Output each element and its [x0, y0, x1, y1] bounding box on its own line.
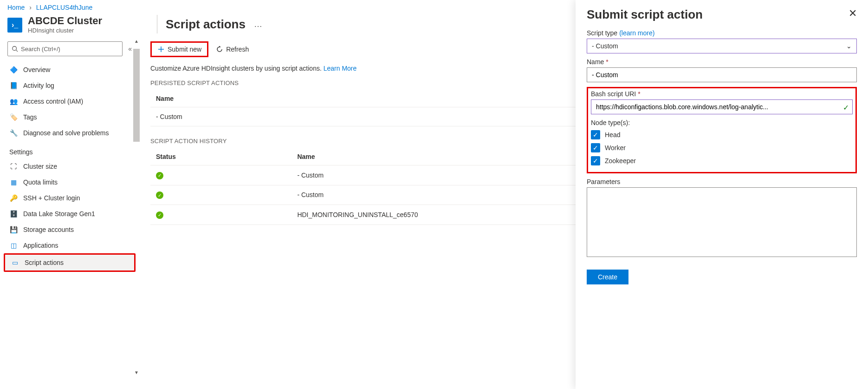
key-icon: 🔑 [9, 194, 18, 202]
parameters-label: Parameters [587, 178, 857, 185]
sidebar-item-datalake[interactable]: 🗄️Data Lake Storage Gen1 [4, 206, 136, 222]
refresh-icon [216, 46, 223, 53]
sidebar-item-quota-limits[interactable]: ▦Quota limits [4, 174, 136, 190]
log-icon: 📘 [9, 81, 18, 90]
scroll-up-icon[interactable]: ▲ [134, 38, 139, 44]
search-input[interactable]: Search (Ctrl+/) [7, 41, 123, 56]
submit-panel: Submit script action ✕ Script type (lear… [576, 0, 868, 389]
people-icon: 👥 [9, 97, 18, 105]
checkbox-icon: ✓ [591, 130, 600, 139]
sidebar-item-tags[interactable]: 🏷️Tags [4, 109, 136, 125]
more-icon[interactable]: … [254, 20, 262, 29]
sidebar-item-diagnose[interactable]: 🔧Diagnose and solve problems [4, 125, 136, 141]
svg-line-1 [16, 50, 18, 52]
breadcrumb-home[interactable]: Home [7, 4, 25, 11]
learn-more-link[interactable]: Learn More [324, 65, 357, 72]
sidebar-item-activity-log[interactable]: 📘Activity log [4, 78, 136, 93]
sidebar-item-access-control[interactable]: 👥Access control (IAM) [4, 93, 136, 109]
node-types-label: Node type(s): [591, 119, 853, 126]
success-icon: ✓ [156, 191, 163, 199]
learn-more-link[interactable]: (learn more) [619, 29, 654, 37]
scroll-thumb[interactable] [133, 49, 140, 142]
storage-icon: 🗄️ [9, 210, 18, 218]
sidebar-item-storage[interactable]: 💾Storage accounts [4, 222, 136, 237]
uri-field[interactable] [591, 99, 853, 114]
submit-new-button[interactable]: Submit new [150, 41, 208, 57]
apps-icon: ◫ [9, 241, 18, 250]
page-title: Script actions [166, 17, 246, 32]
search-icon [12, 46, 18, 52]
checkbox-icon: ✓ [591, 143, 600, 152]
grid-icon: ▦ [9, 178, 18, 186]
sidebar-item-overview[interactable]: 🔷Overview [4, 62, 136, 78]
success-icon: ✓ [156, 172, 163, 179]
cluster-type: HDInsight cluster [28, 27, 139, 34]
overview-icon: 🔷 [9, 66, 18, 74]
sidebar-item-ssh-login[interactable]: 🔑SSH + Cluster login [4, 190, 136, 206]
script-icon: ▭ [11, 258, 19, 267]
sidebar-section-settings: Settings [4, 141, 136, 158]
disk-icon: 💾 [9, 225, 18, 234]
success-icon: ✓ [156, 211, 163, 219]
checkbox-icon: ✓ [591, 156, 600, 165]
name-label: Name* [587, 58, 857, 66]
checkbox-head[interactable]: ✓ Head [591, 130, 853, 139]
history-header-status: Status [150, 148, 291, 165]
sidebar-item-cluster-size[interactable]: ⛶Cluster size [4, 158, 136, 174]
highlighted-section: Bash script URI* ✓ Node type(s): ✓ Head … [587, 87, 857, 173]
resize-icon: ⛶ [9, 162, 18, 171]
refresh-button[interactable]: Refresh [210, 43, 254, 56]
sidebar-item-applications[interactable]: ◫Applications [4, 237, 136, 253]
tag-icon: 🏷️ [9, 113, 18, 121]
panel-title: Submit script action [587, 7, 703, 22]
script-type-label: Script type (learn more) [587, 29, 857, 37]
breadcrumb-resource[interactable]: LLAPCLUS4thJune [36, 4, 92, 11]
scroll-down-icon[interactable]: ▼ [134, 369, 139, 376]
sidebar: Search (Ctrl+/) « 🔷Overview 📘Activity lo… [0, 38, 139, 376]
svg-point-0 [13, 46, 17, 51]
sidebar-item-script-actions[interactable]: ▭Script actions [4, 253, 136, 272]
checkbox-worker[interactable]: ✓ Worker [591, 143, 853, 152]
collapse-icon[interactable]: « [128, 45, 132, 53]
plus-icon [157, 46, 165, 53]
script-type-select[interactable]: - Custom ⌄ [587, 39, 857, 53]
create-button[interactable]: Create [587, 270, 628, 284]
uri-label: Bash script URI* [591, 90, 853, 98]
validated-icon: ✓ [843, 103, 849, 112]
close-icon[interactable]: ✕ [849, 7, 857, 20]
checkbox-zookeeper[interactable]: ✓ Zookeeper [591, 156, 853, 165]
cluster-icon: ›_ [7, 18, 22, 33]
persisted-header-name: Name [150, 90, 574, 107]
name-field[interactable] [587, 67, 857, 82]
wrench-icon: 🔧 [9, 129, 18, 137]
parameters-field[interactable] [587, 187, 857, 257]
cluster-name: ABCDE Cluster [28, 15, 139, 27]
chevron-down-icon: ⌄ [846, 42, 852, 50]
